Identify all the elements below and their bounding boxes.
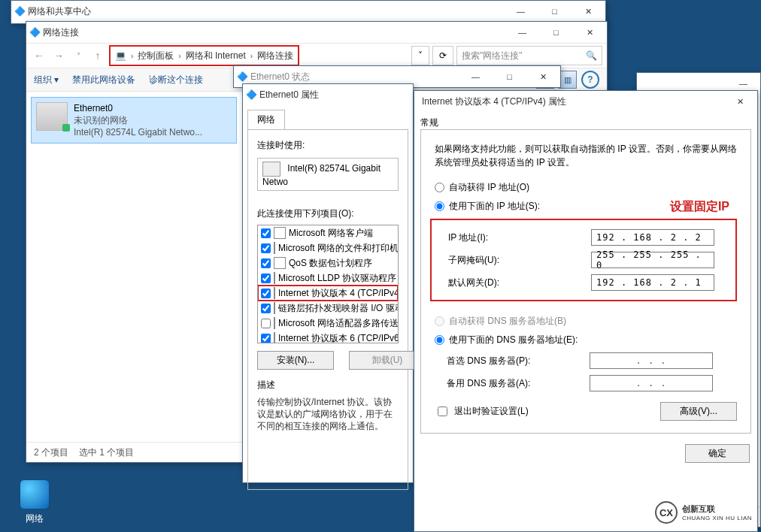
cmd-disable[interactable]: 禁用此网络设备 bbox=[72, 74, 135, 86]
close-button[interactable]: ✕ bbox=[573, 22, 607, 43]
subnet-mask-input[interactable]: 255 . 255 . 255 . 0 bbox=[591, 252, 714, 268]
protocol-list[interactable]: Microsoft 网络客户端Microsoft 网络的文件和打印机QoS 数据… bbox=[257, 225, 399, 343]
cmd-organize[interactable]: 组织 ▾ bbox=[34, 74, 59, 86]
close-button[interactable]: ✕ bbox=[572, 1, 605, 22]
protocol-icon bbox=[274, 332, 275, 343]
minimize-button[interactable]: — bbox=[459, 66, 493, 87]
recent-dropdown[interactable]: ˅ bbox=[70, 47, 86, 64]
cmd-diagnose[interactable]: 诊断这个连接 bbox=[149, 74, 203, 86]
maximize-button[interactable]: □ bbox=[538, 1, 572, 22]
dns1-label: 首选 DNS 服务器(P): bbox=[447, 355, 590, 367]
protocol-checkbox[interactable] bbox=[261, 258, 271, 268]
ip-address-input[interactable]: 192 . 168 . 2 . 2 bbox=[591, 229, 714, 246]
protocol-checkbox[interactable] bbox=[261, 319, 271, 328]
protocol-icon bbox=[274, 272, 275, 284]
window-title-connections: 网络连接 bbox=[43, 26, 505, 39]
back-button[interactable]: ← bbox=[31, 47, 47, 64]
protocol-label: Internet 协议版本 4 (TCP/IPv4 bbox=[278, 287, 399, 300]
desktop-icon-network[interactable]: 网络 bbox=[12, 479, 57, 525]
minimize-button[interactable]: — bbox=[505, 22, 539, 43]
chevron-right-icon: › bbox=[178, 52, 180, 60]
adapter-item-ethernet0[interactable]: Ethernet0 未识别的网络 Intel(R) 82574L Gigabit… bbox=[31, 97, 237, 144]
help-icon[interactable]: ? bbox=[581, 71, 599, 89]
protocol-row[interactable]: Microsoft LLDP 协议驱动程序 bbox=[258, 271, 398, 286]
protocol-checkbox[interactable] bbox=[261, 289, 271, 298]
nic-icon bbox=[262, 162, 280, 177]
up-button[interactable]: ↑ bbox=[89, 47, 106, 64]
uses-label: 此连接使用下列项目(O): bbox=[257, 207, 399, 220]
protocol-icon bbox=[274, 302, 275, 314]
protocol-row[interactable]: Internet 协议版本 4 (TCP/IPv4 bbox=[258, 286, 398, 301]
maximize-button[interactable]: □ bbox=[493, 66, 526, 87]
app-icon: 🔷 bbox=[11, 6, 28, 17]
protocol-row[interactable]: Microsoft 网络适配器多路传送 bbox=[258, 316, 398, 331]
adapter-status: 未识别的网络 bbox=[74, 114, 202, 126]
close-button[interactable]: ✕ bbox=[526, 66, 560, 87]
folder-icon: 💻 bbox=[115, 50, 126, 61]
protocol-label: Microsoft 网络客户端 bbox=[289, 227, 373, 240]
status-count: 2 个项目 bbox=[34, 446, 68, 459]
radio-manual-dns[interactable]: 使用下面的 DNS 服务器地址(E): bbox=[435, 334, 737, 346]
ipv4-info: 如果网络支持此功能，则可以获取自动指派的 IP 设置。否则，你需要从网络系统管理… bbox=[435, 142, 737, 169]
protocol-checkbox[interactable] bbox=[261, 228, 271, 238]
minimize-button[interactable]: — bbox=[504, 1, 538, 22]
protocol-row[interactable]: Internet 协议版本 6 (TCP/IPv6 bbox=[258, 331, 398, 343]
protocol-label: 链路层拓扑发现映射器 I/O 驱动 bbox=[278, 302, 399, 315]
adapter-name: Ethernet0 bbox=[74, 102, 202, 114]
connect-using-label: 连接时使用: bbox=[257, 139, 399, 152]
breadcrumb-leaf[interactable]: 网络连接 bbox=[257, 50, 293, 62]
maximize-button[interactable]: □ bbox=[539, 22, 573, 43]
history-dropdown[interactable]: ˅ bbox=[411, 46, 429, 65]
preview-pane-button[interactable]: ▥ bbox=[559, 71, 577, 89]
protocol-icon bbox=[274, 227, 286, 239]
gateway-input[interactable]: 192 . 168 . 2 . 1 bbox=[591, 274, 714, 291]
search-placeholder: 搜索"网络连接" bbox=[462, 50, 523, 62]
close-button[interactable]: ✕ bbox=[723, 91, 757, 112]
window-title-nsc: 网络和共享中心 bbox=[28, 5, 504, 18]
protocol-checkbox[interactable] bbox=[261, 243, 271, 253]
tab-network[interactable]: 网络 bbox=[247, 110, 285, 129]
protocol-checkbox[interactable] bbox=[261, 274, 271, 283]
radio-auto-ip[interactable]: 自动获得 IP 地址(O) bbox=[435, 181, 737, 194]
protocol-row[interactable]: Microsoft 网络客户端 bbox=[258, 225, 398, 240]
breadcrumb-mid[interactable]: 网络和 Internet bbox=[186, 50, 246, 62]
dns2-input[interactable]: . . . bbox=[590, 375, 713, 391]
protocol-row[interactable]: 链路层拓扑发现映射器 I/O 驱动 bbox=[258, 301, 398, 316]
window-title-ethstatus: Ethernet0 状态 bbox=[250, 71, 459, 83]
breadcrumb-root[interactable]: 控制面板 bbox=[138, 50, 174, 62]
protocol-row[interactable]: QoS 数据包计划程序 bbox=[258, 255, 398, 271]
protocol-checkbox[interactable] bbox=[261, 334, 271, 343]
search-icon[interactable]: 🔍 bbox=[586, 50, 597, 61]
protocol-checkbox[interactable] bbox=[261, 304, 271, 313]
app-icon: 🔷 bbox=[26, 27, 43, 38]
ok-button[interactable]: 确定 bbox=[685, 444, 750, 463]
globe-icon bbox=[20, 479, 50, 509]
protocol-label: Microsoft LLDP 协议驱动程序 bbox=[278, 272, 396, 285]
status-selected: 选中 1 个项目 bbox=[79, 446, 134, 459]
install-button[interactable]: 安装(N)... bbox=[257, 351, 334, 370]
adapter-driver: Intel(R) 82574L Gigabit Netwo... bbox=[74, 126, 202, 138]
app-icon: 🔷 bbox=[243, 89, 259, 100]
search-input[interactable]: 搜索"网络连接" 🔍 bbox=[456, 46, 602, 65]
protocol-row[interactable]: Microsoft 网络的文件和打印机 bbox=[258, 240, 398, 255]
chevron-right-icon: › bbox=[131, 52, 133, 60]
window-title-props: Ethernet0 属性 bbox=[259, 89, 413, 101]
dns1-input[interactable]: . . . bbox=[590, 352, 713, 369]
gateway-label: 默认网关(D): bbox=[448, 277, 591, 289]
forward-button[interactable]: → bbox=[50, 47, 67, 64]
protocol-icon bbox=[274, 242, 275, 254]
advanced-button[interactable]: 高级(V)... bbox=[660, 402, 737, 421]
radio-auto-dns: 自动获得 DNS 服务器地址(B) bbox=[435, 315, 737, 328]
refresh-button[interactable]: ⟳ bbox=[432, 46, 453, 65]
watermark-brand: 创新互联 bbox=[682, 503, 752, 515]
watermark-logo: CX bbox=[655, 501, 678, 524]
tab-general[interactable]: 常规 bbox=[420, 116, 751, 129]
breadcrumb[interactable]: 💻 › 控制面板 › 网络和 Internet › 网络连接 bbox=[109, 45, 299, 66]
app-icon: 🔷 bbox=[234, 71, 250, 82]
validate-label: 退出时验证设置(L) bbox=[454, 405, 529, 418]
watermark: CX 创新互联 CHUANG XIN HU LIAN bbox=[650, 499, 756, 526]
desktop-icon-label: 网络 bbox=[12, 512, 57, 525]
protocol-icon bbox=[274, 257, 286, 269]
validate-on-exit-checkbox[interactable] bbox=[438, 407, 447, 416]
ip-group-highlight: IP 地址(I): 192 . 168 . 2 . 2 子网掩码(U): 255… bbox=[430, 219, 737, 301]
